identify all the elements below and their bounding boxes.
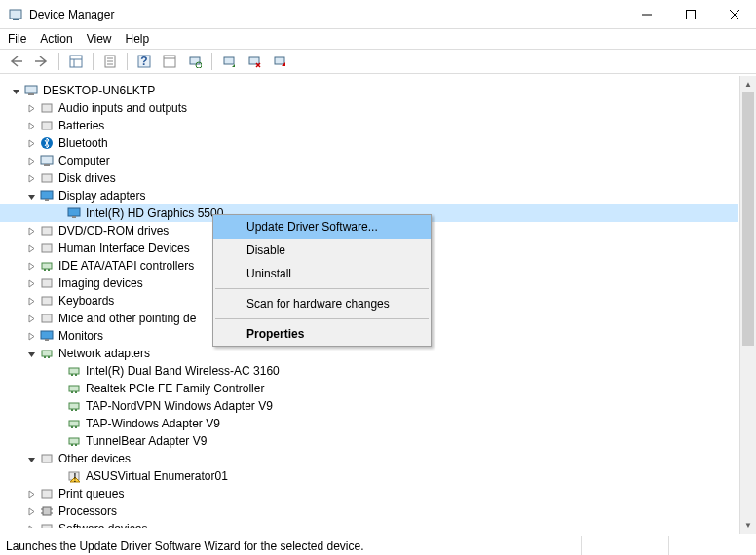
node-label: Bluetooth <box>58 134 108 152</box>
expander-icon[interactable] <box>23 157 39 166</box>
expander-icon[interactable] <box>23 490 39 499</box>
device-icon <box>39 328 55 344</box>
expander-icon[interactable] <box>23 507 39 516</box>
node-label: Network adapters <box>58 345 150 362</box>
minimize-button[interactable] <box>624 0 668 29</box>
node-label: Realtek PCIe FE Family Controller <box>86 380 264 397</box>
titlebar: Device Manager <box>0 0 756 29</box>
svg-rect-49 <box>69 368 79 374</box>
node-label: DVD/CD-ROM drives <box>58 222 169 240</box>
menu-help[interactable]: Help <box>126 32 150 46</box>
tree-node[interactable]: Processors <box>0 502 738 520</box>
svg-rect-19 <box>224 57 234 64</box>
svg-rect-68 <box>43 507 51 515</box>
maximize-button[interactable] <box>668 0 712 29</box>
device-icon <box>39 276 55 291</box>
menu-disable[interactable]: Disable <box>213 239 431 262</box>
expander-icon[interactable] <box>23 227 39 236</box>
scroll-down-button[interactable]: ▼ <box>740 517 756 534</box>
expander-icon[interactable] <box>23 192 39 201</box>
scan-hardware-button[interactable] <box>184 51 206 72</box>
tree-node[interactable]: Batteries <box>0 117 738 134</box>
menu-view[interactable]: View <box>87 32 112 46</box>
menu-file[interactable]: File <box>8 32 26 46</box>
node-label: Display adapters <box>58 187 145 204</box>
node-label: Computer <box>58 152 110 169</box>
svg-rect-35 <box>72 216 76 218</box>
tree-node[interactable]: Audio inputs and outputs <box>0 99 738 117</box>
expander-icon[interactable] <box>23 279 39 288</box>
expander-icon[interactable] <box>23 174 39 183</box>
tree-node[interactable]: !ASUSVirtual Enumerator01 <box>0 467 738 485</box>
expander-icon[interactable] <box>23 139 39 148</box>
svg-rect-15 <box>164 56 175 67</box>
expander-icon[interactable] <box>8 87 23 95</box>
scroll-thumb[interactable] <box>742 92 754 346</box>
close-button[interactable] <box>712 0 756 29</box>
svg-rect-0 <box>10 10 21 18</box>
svg-rect-55 <box>69 403 79 409</box>
disable-button[interactable] <box>269 51 290 72</box>
svg-rect-64 <box>42 455 52 462</box>
tree-node[interactable]: Intel(R) Dual Band Wireless-AC 3160 <box>0 362 738 380</box>
menu-scan-hardware[interactable]: Scan for hardware changes <box>213 292 431 315</box>
svg-rect-1 <box>13 18 19 20</box>
back-button[interactable] <box>6 51 27 72</box>
statusbar: Launches the Update Driver Software Wiza… <box>0 536 756 555</box>
expander-icon[interactable] <box>23 455 39 463</box>
device-icon <box>66 433 82 449</box>
node-label: Batteries <box>58 117 104 134</box>
tree-node[interactable]: Network adapters <box>0 345 738 362</box>
svg-rect-62 <box>71 444 73 446</box>
expander-icon[interactable] <box>23 314 39 323</box>
svg-text:!: ! <box>73 471 76 484</box>
tree-node[interactable]: TunnelBear Adapter V9 <box>0 432 738 450</box>
scroll-up-button[interactable]: ▲ <box>740 76 756 92</box>
help-button[interactable]: ? <box>133 51 155 72</box>
forward-button[interactable] <box>31 51 53 72</box>
tree-node[interactable]: TAP-Windows Adapter V9 <box>0 415 738 432</box>
show-hide-console-tree-button[interactable] <box>65 51 87 72</box>
expander-icon[interactable] <box>23 332 39 341</box>
properties-button[interactable] <box>99 51 121 72</box>
tree-node[interactable]: Bluetooth <box>0 134 738 152</box>
toolbar-separator <box>127 53 128 70</box>
svg-rect-48 <box>48 356 50 358</box>
menu-action[interactable]: Action <box>40 32 72 46</box>
app-icon <box>8 7 23 22</box>
svg-text:?: ? <box>140 55 147 68</box>
svg-rect-32 <box>41 191 53 199</box>
action-button[interactable] <box>159 51 180 72</box>
tree-node[interactable]: Realtek PCIe FE Family Controller <box>0 380 738 397</box>
expander-icon[interactable] <box>23 297 39 306</box>
vertical-scrollbar[interactable]: ▲ ▼ <box>739 76 756 534</box>
expander-icon[interactable] <box>23 244 39 253</box>
expander-icon[interactable] <box>23 122 39 130</box>
svg-rect-51 <box>75 374 77 376</box>
update-driver-button[interactable] <box>218 51 240 72</box>
menubar: File Action View Help <box>0 29 756 49</box>
menu-properties[interactable]: Properties <box>213 322 431 346</box>
tree-node[interactable]: Computer <box>0 152 738 169</box>
node-label: Keyboards <box>58 292 114 310</box>
expander-icon[interactable] <box>23 262 39 271</box>
tree-node[interactable]: Print queues <box>0 485 738 502</box>
menu-update-driver[interactable]: Update Driver Software... <box>213 215 431 239</box>
svg-rect-47 <box>44 356 46 358</box>
expander-icon[interactable] <box>23 104 39 113</box>
tree-node[interactable]: Other devices <box>0 450 738 467</box>
status-text: Launches the Update Driver Software Wiza… <box>6 539 364 553</box>
svg-rect-23 <box>275 57 284 64</box>
svg-rect-34 <box>68 208 80 216</box>
tree-node[interactable]: Display adapters <box>0 187 738 204</box>
device-icon <box>39 486 55 501</box>
tree-node[interactable]: TAP-NordVPN Windows Adapter V9 <box>0 397 738 415</box>
tree-node[interactable]: Disk drives <box>0 169 738 187</box>
menu-uninstall[interactable]: Uninstall <box>213 262 431 285</box>
device-icon <box>39 188 55 204</box>
expander-icon[interactable] <box>23 350 39 358</box>
uninstall-button[interactable] <box>244 51 265 72</box>
node-label: Imaging devices <box>58 275 143 292</box>
tree-node[interactable]: DESKTOP-UN6LKTP <box>0 82 738 99</box>
device-icon <box>39 135 55 151</box>
